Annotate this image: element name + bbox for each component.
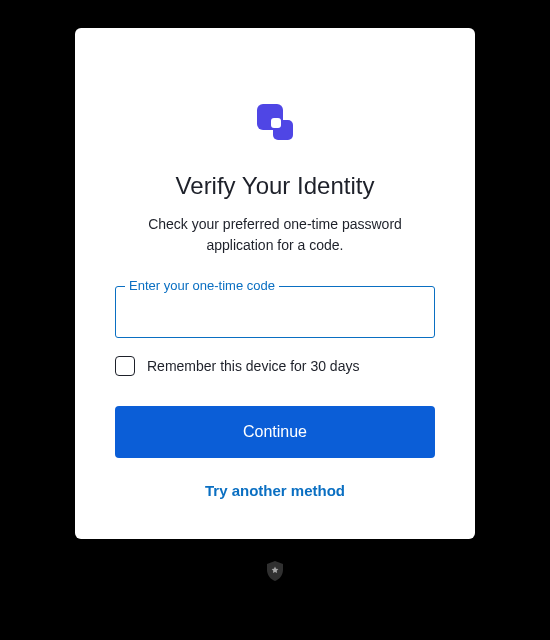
svg-rect-2: [271, 118, 281, 128]
continue-button[interactable]: Continue: [115, 406, 435, 458]
page-title: Verify Your Identity: [176, 172, 375, 200]
remember-label: Remember this device for 30 days: [147, 358, 359, 374]
try-another-method-link[interactable]: Try another method: [205, 482, 345, 499]
otp-field-wrap: Enter your one-time code: [115, 286, 435, 338]
otp-input[interactable]: [115, 286, 435, 338]
auth0-shield-icon: [266, 561, 284, 581]
remember-checkbox[interactable]: [115, 356, 135, 376]
page-subtitle: Check your preferred one-time password a…: [125, 214, 425, 256]
app-logo-icon: [253, 100, 297, 144]
mfa-card: Verify Your Identity Check your preferre…: [75, 28, 475, 539]
otp-label: Enter your one-time code: [125, 278, 279, 293]
remember-row: Remember this device for 30 days: [115, 356, 435, 376]
